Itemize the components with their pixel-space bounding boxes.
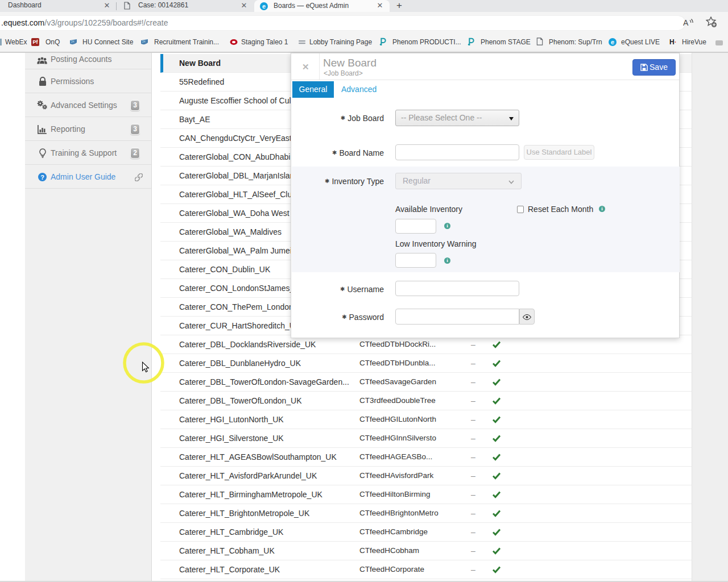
svg-text:e: e [262,3,266,10]
svg-text:?: ? [40,174,44,181]
svg-text:24: 24 [142,40,146,43]
svg-text:A: A [683,18,689,27]
svg-text:24: 24 [71,40,75,43]
svg-text:e: e [611,39,614,45]
